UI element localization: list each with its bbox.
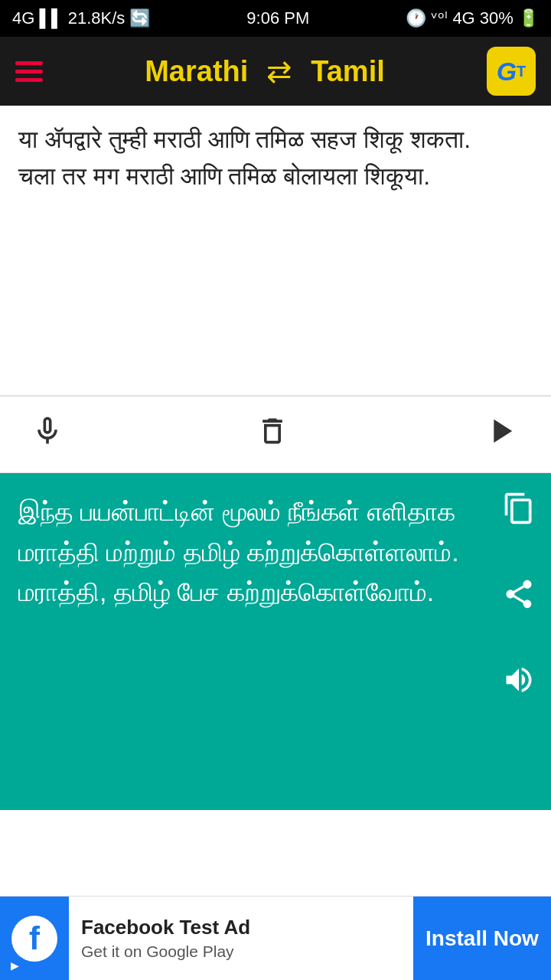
menu-line-2 — [15, 70, 43, 74]
ad-title: Facebook Test Ad — [81, 916, 401, 939]
google-translate-button[interactable]: G T — [487, 47, 536, 96]
battery-info: 🕐 ᵛᵒˡ 4G 30% 🔋 — [406, 8, 539, 28]
source-language[interactable]: Marathi — [145, 55, 248, 88]
send-icon[interactable] — [481, 411, 520, 459]
gtranslate-label: G — [497, 57, 517, 87]
status-bar: 4G ▌▌ 21.8K/s 🔄 9:06 PM 🕐 ᵛᵒˡ 4G 30% 🔋 — [0, 0, 551, 37]
network-info: 4G ▌▌ 21.8K/s 🔄 — [12, 8, 150, 28]
speaker-button[interactable] — [499, 660, 539, 700]
source-text[interactable]: या ॲपद्वारे तुम्ही मराठी आणि तमिळ सहज शि… — [18, 121, 533, 194]
swap-languages-icon[interactable]: ⇄ — [266, 54, 292, 89]
target-language[interactable]: Tamil — [311, 55, 384, 88]
time-display: 9:06 PM — [246, 8, 309, 28]
gtranslate-t: T — [517, 63, 526, 80]
install-now-button[interactable]: Install Now — [413, 897, 551, 981]
output-action-buttons — [499, 488, 539, 700]
toolbar: Marathi ⇄ Tamil G T — [0, 37, 551, 106]
translated-text: இந்த பயன்பாட்டின் மூலம் நீங்கள் எளிதாக ம… — [18, 492, 478, 612]
ad-content: Facebook Test Ad Get it on Google Play — [69, 908, 413, 969]
ad-banner: f Facebook Test Ad Get it on Google Play… — [0, 896, 551, 980]
status-right: 🕐 ᵛᵒˡ 4G 30% 🔋 — [406, 8, 539, 28]
play-badge: ▶ — [6, 957, 23, 974]
ad-subtitle: Get it on Google Play — [81, 942, 401, 961]
status-left: 4G ▌▌ 21.8K/s 🔄 — [12, 8, 150, 28]
copy-button[interactable] — [499, 488, 539, 528]
share-button[interactable] — [499, 574, 539, 614]
action-bar — [0, 397, 551, 473]
menu-line-3 — [15, 78, 43, 82]
input-area: या ॲपद्वारे तुम्ही मराठी आणि तमिळ सहज शि… — [0, 106, 551, 397]
menu-button[interactable] — [15, 61, 43, 82]
microphone-icon[interactable] — [31, 414, 64, 456]
install-now-label: Install Now — [416, 926, 548, 951]
menu-line-1 — [15, 61, 43, 65]
language-selector: Marathi ⇄ Tamil — [145, 54, 385, 89]
delete-icon[interactable] — [256, 414, 289, 456]
facebook-icon: f — [11, 916, 57, 962]
output-area: இந்த பயன்பாட்டின் மூலம் நீங்கள் எளிதாக ம… — [0, 473, 551, 810]
